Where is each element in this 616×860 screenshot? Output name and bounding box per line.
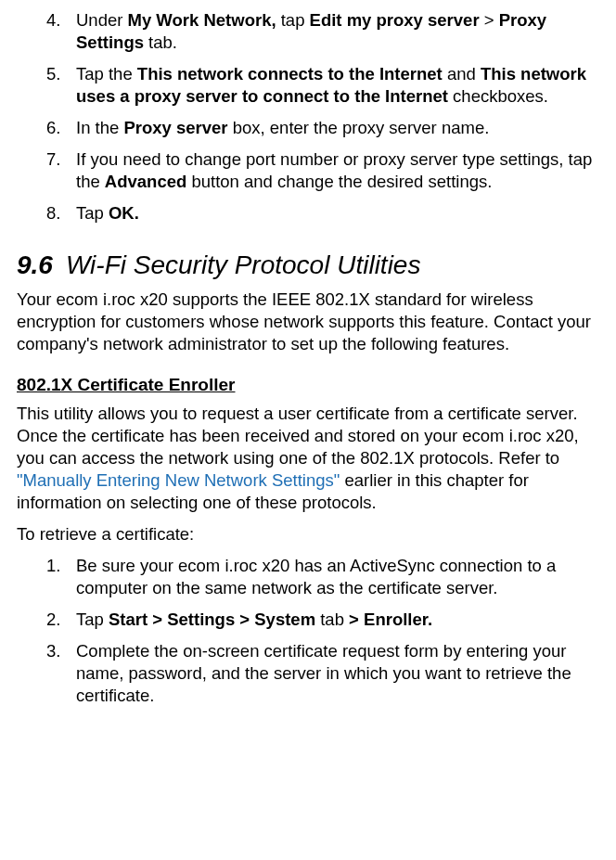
text: and — [443, 64, 481, 83]
bold-text: Settings — [76, 32, 144, 52]
text: button and change the desired settings. — [186, 172, 492, 191]
list-number: 7. — [46, 148, 60, 171]
ordered-list-certificate: 1. Be sure your ecom i.roc x20 has an Ac… — [17, 555, 599, 707]
paragraph: To retrieve a certificate: — [17, 523, 599, 546]
bold-text: Proxy — [499, 10, 546, 30]
list-item: 6. In the Proxy server box, enter the pr… — [46, 117, 599, 139]
text: tap — [276, 10, 310, 30]
bold-text: My Work Network, — [128, 10, 276, 30]
list-number: 3. — [46, 640, 60, 662]
text: > — [480, 10, 499, 30]
text: tab — [315, 610, 349, 629]
text: In the — [76, 118, 123, 137]
bold-text: OK. — [109, 203, 139, 223]
list-number: 2. — [46, 609, 60, 631]
paragraph: This utility allows you to request a use… — [17, 403, 599, 514]
list-number: 5. — [46, 63, 60, 85]
list-item: 7. If you need to change port number or … — [46, 148, 599, 193]
section-heading: 9.6Wi-Fi Security Protocol Utilities — [17, 249, 599, 282]
text: Tap — [76, 203, 109, 223]
text: tab. — [144, 32, 177, 52]
sub-heading: 802.1X Certificate Enroller — [17, 374, 599, 397]
list-item: 2. Tap Start > Settings > System tab > E… — [46, 609, 599, 631]
list-number: 1. — [46, 555, 60, 577]
text: Tap — [76, 610, 109, 629]
ordered-list-proxy: 4. Under My Work Network, tap Edit my pr… — [17, 9, 599, 225]
list-number: 4. — [46, 9, 60, 32]
list-item: 5. Tap the This network connects to the … — [46, 63, 599, 108]
list-number: 6. — [46, 117, 60, 139]
list-item: 8. Tap OK. — [46, 202, 599, 225]
section-number: 9.6 — [17, 250, 53, 279]
cross-reference-link[interactable]: "Manually Entering New Network Settings" — [17, 470, 340, 490]
text: box, enter the proxy server name. — [228, 118, 490, 137]
list-number: 8. — [46, 202, 60, 225]
bold-text: > Enroller. — [349, 610, 432, 629]
bold-text: Proxy server — [123, 118, 227, 137]
text: This utility allows you to request a use… — [17, 404, 579, 468]
section-title: Wi-Fi Security Protocol Utilities — [66, 250, 420, 279]
paragraph: Your ecom i.roc x20 supports the IEEE 80… — [17, 289, 599, 355]
text: Be sure your ecom i.roc x20 has an Activ… — [76, 556, 556, 597]
bold-text: Start > Settings > System — [109, 610, 315, 629]
text: Under — [76, 10, 128, 30]
text: Tap the — [76, 64, 137, 83]
text: checkboxes. — [448, 86, 548, 106]
bold-text: Edit my proxy server — [310, 10, 480, 30]
list-item: 3. Complete the on-screen certificate re… — [46, 640, 599, 707]
text: Complete the on-screen certificate reque… — [76, 641, 571, 705]
bold-text: Advanced — [105, 172, 186, 191]
bold-text: This network connects to the Internet — [137, 64, 443, 83]
list-item: 4. Under My Work Network, tap Edit my pr… — [46, 9, 599, 54]
list-item: 1. Be sure your ecom i.roc x20 has an Ac… — [46, 555, 599, 599]
